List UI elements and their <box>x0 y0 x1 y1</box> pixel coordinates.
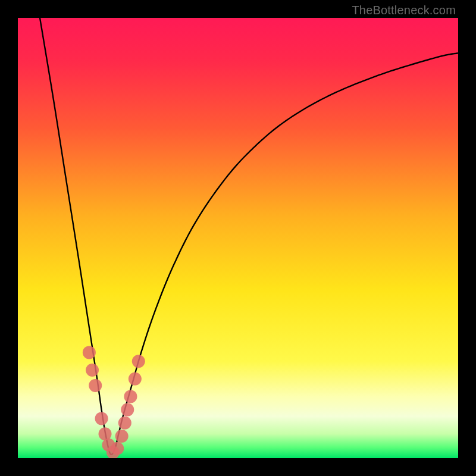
bottleneck-curve <box>40 18 458 455</box>
highlight-dot <box>89 379 102 392</box>
highlight-dot <box>124 390 137 403</box>
watermark-text: TheBottleneck.com <box>352 4 456 17</box>
highlight-dot <box>129 372 142 386</box>
highlight-dot <box>118 416 131 430</box>
highlight-dot <box>132 355 145 368</box>
chart-svg <box>18 18 458 458</box>
highlight-dot <box>121 403 134 416</box>
outer-frame: TheBottleneck.com <box>0 0 476 476</box>
plot-area <box>18 18 458 458</box>
highlight-dot <box>86 364 99 377</box>
highlight-dot <box>115 430 129 443</box>
highlight-dot <box>83 346 96 359</box>
highlight-dot <box>111 442 124 455</box>
highlight-dots-group <box>83 346 145 458</box>
highlight-dot <box>95 412 108 425</box>
